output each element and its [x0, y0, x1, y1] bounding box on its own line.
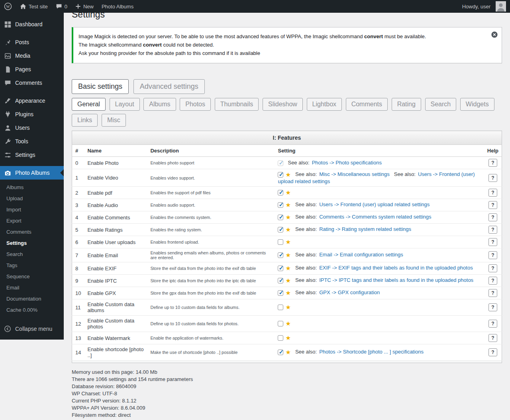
feature-description: Enable the application of watermarks.: [147, 332, 275, 344]
help-button[interactable]: ?: [488, 303, 497, 311]
tab-lightbox[interactable]: Lightbox: [307, 98, 342, 111]
new-content-menu[interactable]: New: [71, 0, 98, 13]
submenu-item-import[interactable]: Import: [0, 204, 64, 215]
submenu-item-email[interactable]: Email: [0, 282, 64, 293]
see-also-link[interactable]: IPTC -> IPTC tags and their labels as fo…: [319, 277, 473, 283]
setting-checkbox[interactable]: [278, 202, 283, 208]
tab-photos[interactable]: Photos: [180, 98, 211, 111]
feature-help: ?: [484, 236, 502, 248]
feature-setting: ★: [275, 236, 484, 248]
help-button[interactable]: ?: [488, 251, 497, 259]
submenu-item-export[interactable]: Export: [0, 215, 64, 227]
help-button[interactable]: ?: [488, 201, 497, 209]
sidebar-item-plugins[interactable]: Plugins: [0, 107, 64, 121]
submenu-item-search[interactable]: Search: [0, 249, 64, 260]
tab-rating[interactable]: Rating: [392, 98, 421, 111]
photo-albums-menu[interactable]: Photo Albums: [98, 0, 137, 13]
setting-checkbox[interactable]: [278, 239, 283, 245]
setting-checkbox[interactable]: [278, 350, 283, 355]
tab-general[interactable]: General: [72, 98, 106, 111]
setting-checkbox[interactable]: [278, 321, 283, 326]
help-button[interactable]: ?: [488, 238, 497, 246]
help-button[interactable]: ?: [488, 264, 497, 272]
tab-advanced-settings[interactable]: Advanced settings: [133, 79, 205, 94]
sidebar-item-settings[interactable]: Settings: [0, 148, 64, 162]
setting-checkbox[interactable]: [278, 160, 283, 166]
help-button[interactable]: ?: [488, 320, 497, 328]
see-also-link[interactable]: Users -> Frontend (user) upload related …: [319, 201, 430, 207]
submenu-item-albums[interactable]: Albums: [0, 182, 64, 193]
wordpress-logo[interactable]: W: [0, 0, 16, 13]
tab-layout[interactable]: Layout: [110, 98, 140, 111]
setting-checkbox[interactable]: [278, 335, 283, 341]
sidebar-item-tools[interactable]: Tools: [0, 135, 64, 148]
sidebar-item-appearance[interactable]: Appearance: [0, 94, 64, 107]
sidebar-item-pages[interactable]: Pages: [0, 63, 64, 76]
see-also-link[interactable]: EXIF -> EXIF tags and their labels as fo…: [319, 265, 473, 271]
setting-checkbox[interactable]: [278, 305, 283, 310]
feature-number: 1: [72, 169, 84, 187]
comments-menu[interactable]: 0: [52, 0, 71, 13]
submenu-item-cache[interactable]: Cache 0.00%: [0, 305, 64, 316]
tab-thumbnails[interactable]: Thumbnails: [215, 98, 259, 111]
submenu-item-comments[interactable]: Comments: [0, 227, 64, 238]
sidebar-item-dashboard[interactable]: Dashboard: [0, 18, 64, 31]
collapse-menu-button[interactable]: Collapse menu: [0, 322, 64, 336]
setting-checkbox[interactable]: [278, 215, 283, 220]
help-button[interactable]: ?: [488, 213, 497, 221]
setting-checkbox[interactable]: [278, 227, 283, 232]
howdy-menu[interactable]: Howdy, user: [458, 0, 510, 13]
photo-albums-submenu: Albums Upload Import Export Comments Set…: [0, 180, 64, 319]
dismiss-notice-button[interactable]: [491, 31, 498, 38]
tab-search[interactable]: Search: [425, 98, 457, 111]
see-also-link[interactable]: GPX -> GPX configuration: [319, 289, 380, 295]
feature-name: Enable Ratings: [84, 224, 147, 236]
setting-checkbox[interactable]: [278, 290, 283, 296]
submenu-item-upload[interactable]: Upload: [0, 193, 64, 204]
setting-checkbox[interactable]: [278, 172, 283, 178]
see-also-link[interactable]: Photos -> Shortcode [photo ... ] specifi…: [319, 349, 424, 355]
sidebar-item-media[interactable]: Media: [0, 49, 64, 63]
table-row: 0Enable PhotoEnables photo supportSee al…: [72, 157, 502, 169]
table-scrollbar[interactable]: [72, 361, 502, 363]
help-button[interactable]: ?: [488, 334, 497, 342]
tab-albums[interactable]: Albums: [143, 98, 176, 111]
see-also-link[interactable]: Misc -> Miscellaneous settings: [319, 171, 390, 177]
see-also-link[interactable]: Email -> Email configuration settings: [319, 252, 403, 258]
sidebar-item-comments[interactable]: Comments: [0, 76, 64, 90]
setting-checkbox[interactable]: [278, 190, 283, 195]
help-button[interactable]: ?: [488, 174, 497, 182]
table-row: 14Enable shortcode [photo ..]Make the us…: [72, 344, 502, 361]
help-button[interactable]: ?: [488, 159, 497, 167]
submenu-item-sequence[interactable]: Sequence: [0, 271, 64, 282]
setting-checkbox[interactable]: [278, 252, 283, 258]
pushpin-icon: [4, 38, 12, 46]
tab-links[interactable]: Links: [72, 114, 98, 127]
setting-checkbox[interactable]: [278, 278, 283, 283]
tab-basic-settings[interactable]: Basic settings: [72, 79, 129, 94]
help-button[interactable]: ?: [488, 189, 497, 197]
tab-slideshow[interactable]: Slideshow: [263, 98, 303, 111]
site-menu[interactable]: Test site: [16, 0, 52, 13]
submenu-item-settings[interactable]: Settings: [0, 238, 64, 249]
see-also-link[interactable]: Photos -> Photo specifications: [312, 160, 382, 166]
feature-setting: See also:Photos -> Photo specifications: [275, 157, 484, 169]
tab-widgets[interactable]: Widgets: [460, 98, 494, 111]
setting-checkbox[interactable]: [278, 266, 283, 271]
footer-info-line: Current PHP version: 8.1.12: [72, 397, 502, 404]
help-button[interactable]: ?: [488, 277, 497, 285]
submenu-item-documentation[interactable]: Documentation: [0, 293, 64, 305]
submenu-item-tags[interactable]: Tags: [0, 260, 64, 271]
feature-description: Enables photo support: [147, 157, 275, 169]
sidebar-item-photo-albums[interactable]: Photo Albums: [0, 166, 64, 180]
tab-comments[interactable]: Comments: [346, 98, 388, 111]
help-button[interactable]: ?: [488, 289, 497, 297]
help-button[interactable]: ?: [488, 348, 497, 356]
sidebar-item-users[interactable]: Users: [0, 121, 64, 135]
tab-misc[interactable]: Misc: [102, 114, 126, 127]
see-also-link[interactable]: Comments -> Comments system related sett…: [319, 214, 431, 220]
star-icon: ★: [285, 238, 290, 245]
sidebar-item-posts[interactable]: Posts: [0, 35, 64, 49]
see-also-link[interactable]: Rating -> Rating system related settings: [319, 226, 411, 232]
help-button[interactable]: ?: [488, 226, 497, 234]
